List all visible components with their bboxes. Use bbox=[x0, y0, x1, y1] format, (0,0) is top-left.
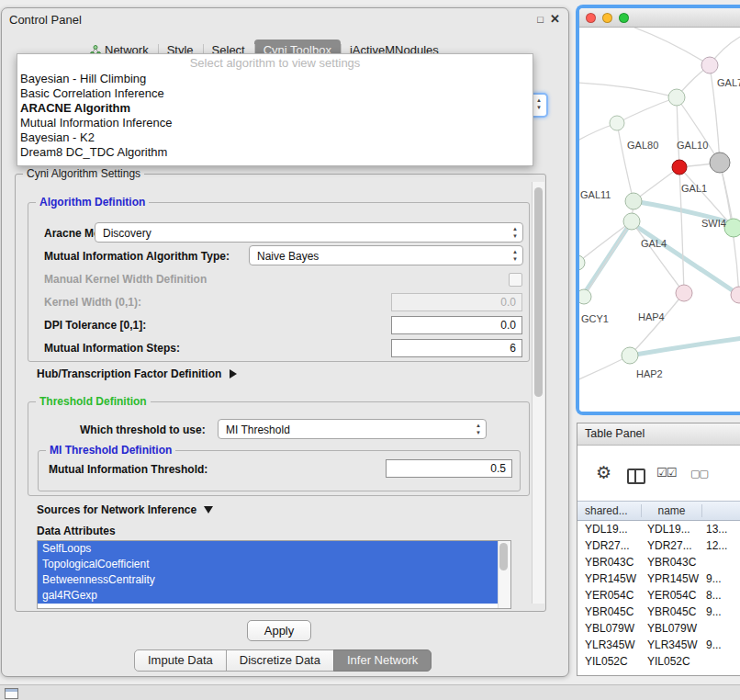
network-node[interactable] bbox=[668, 89, 685, 106]
dpi-tolerance-input[interactable] bbox=[391, 316, 522, 334]
network-node[interactable] bbox=[610, 116, 624, 130]
expanded-arrow-icon bbox=[204, 506, 213, 514]
attribute-gal4rgexp[interactable]: gal4RGexp bbox=[38, 588, 499, 604]
network-node-label: GAL4 bbox=[641, 238, 667, 249]
network-node-label: GAL80 bbox=[627, 140, 658, 151]
cell-shared-name: YBL079W bbox=[577, 620, 642, 637]
network-node[interactable] bbox=[724, 219, 740, 237]
sw-panel-toggle-icon[interactable] bbox=[5, 688, 18, 699]
cell-name: YDL19... bbox=[642, 521, 702, 537]
attr-items: SelfLoopsTopologicalCoefficientBetweenne… bbox=[38, 541, 499, 608]
attributes-scrollbar[interactable] bbox=[498, 541, 510, 608]
which-threshold-select[interactable]: MI Threshold bbox=[218, 419, 487, 439]
which-threshold-value: MI Threshold bbox=[226, 423, 290, 437]
combo-arrows-icon bbox=[510, 248, 520, 263]
network-node[interactable] bbox=[622, 347, 638, 364]
network-node[interactable] bbox=[672, 160, 687, 175]
unchecked-boxes-icon[interactable]: ▢▢ bbox=[690, 468, 708, 480]
control-panel-window: Control Panel □ ✕ NetworkStyleSelectCyni… bbox=[1, 7, 569, 677]
hub-section-toggle[interactable]: Hub/Transcription Factor Definition bbox=[37, 367, 237, 380]
status-strip bbox=[0, 684, 740, 700]
threshold-definition-group: Threshold Definition Which threshold to … bbox=[28, 401, 530, 496]
cell-name: YBR043C bbox=[642, 554, 702, 570]
settings-scrollbar[interactable] bbox=[532, 182, 544, 604]
network-node[interactable] bbox=[623, 213, 640, 230]
table-row[interactable]: YDL19...YDL19...13... bbox=[577, 521, 740, 537]
network-edge bbox=[634, 28, 710, 65]
network-node[interactable] bbox=[710, 152, 730, 173]
network-window-titlebar[interactable] bbox=[579, 8, 740, 28]
menu-item-bayesian-k2[interactable]: Bayesian - K2 bbox=[17, 130, 533, 145]
aracne-mode-value: Discovery bbox=[103, 226, 151, 241]
menu-item-basic-correlation-inference[interactable]: Basic Correlation Inference bbox=[17, 86, 533, 101]
network-node-label: GAL11 bbox=[580, 189, 611, 200]
cell-name: YDR27... bbox=[642, 537, 702, 554]
mi-type-value: Naive Bayes bbox=[257, 249, 319, 264]
cell-value: 12... bbox=[702, 537, 740, 554]
network-node-label: HAP2 bbox=[636, 368, 663, 379]
cell-value: 9... bbox=[702, 570, 740, 587]
cell-name: YER054C bbox=[642, 587, 702, 604]
sources-section-toggle[interactable]: Sources for Network Inference bbox=[37, 503, 213, 516]
bottom-tab-impute-data[interactable]: Impute Data bbox=[134, 649, 227, 672]
column-header-2[interactable]: name bbox=[642, 504, 702, 517]
table-row[interactable]: YBL079WYBL079W bbox=[577, 620, 740, 637]
table-panel-titlebar[interactable]: Table Panel bbox=[577, 423, 740, 446]
table-row[interactable]: YDR27...YDR27...12... bbox=[577, 537, 740, 554]
attribute-betweennesscentrality[interactable]: BetweennessCentrality bbox=[38, 572, 499, 588]
mi-type-label: Mutual Information Algorithm Type: bbox=[44, 250, 230, 263]
cell-value: 9... bbox=[702, 604, 740, 620]
close-window-icon[interactable]: ✕ bbox=[550, 12, 560, 26]
scrollbar-thumb[interactable] bbox=[534, 187, 543, 397]
close-traffic-light[interactable] bbox=[586, 13, 596, 23]
apply-button[interactable]: Apply bbox=[247, 620, 311, 641]
zoom-traffic-light[interactable] bbox=[619, 13, 629, 23]
network-canvas[interactable]: GAL7GAL80GAL10GAL11GAL1SWI4GAL4GCY1HAP4H… bbox=[579, 28, 740, 412]
threshold-definition-title: Threshold Definition bbox=[36, 395, 151, 408]
column-header-1[interactable]: shared... bbox=[577, 504, 642, 517]
cell-name: YBL079W bbox=[642, 620, 702, 637]
cyni-settings-group: Cyni Algorithm Settings Algorithm Defini… bbox=[15, 174, 546, 612]
network-node[interactable] bbox=[676, 285, 692, 301]
checked-boxes-icon[interactable]: ☑☑ bbox=[656, 466, 676, 480]
columns-icon[interactable] bbox=[627, 469, 645, 484]
aracne-mode-select[interactable]: Discovery bbox=[95, 222, 523, 243]
bottom-tab-infer-network[interactable]: Infer Network bbox=[333, 649, 432, 672]
table-row[interactable]: YPR145WYPR145W9... bbox=[577, 570, 740, 587]
mi-type-select[interactable]: Naive Bayes bbox=[249, 245, 523, 265]
cell-shared-name: YDR27... bbox=[577, 537, 642, 554]
minimize-traffic-light[interactable] bbox=[602, 13, 612, 23]
network-view-window: GAL7GAL80GAL10GAL11GAL1SWI4GAL4GCY1HAP4H… bbox=[576, 5, 740, 415]
network-node[interactable] bbox=[701, 57, 718, 73]
menu-item-bayesian-hill-climbing[interactable]: Bayesian - Hill Climbing bbox=[17, 72, 533, 86]
network-node[interactable] bbox=[625, 193, 642, 209]
table-row[interactable]: YBR045CYBR045C9... bbox=[577, 604, 740, 620]
gear-icon[interactable]: ⚙ bbox=[596, 462, 611, 483]
bottom-tab-discretize-data[interactable]: Discretize Data bbox=[226, 649, 334, 672]
mi-threshold-input[interactable] bbox=[386, 459, 512, 478]
table-row[interactable]: YBR043CYBR043C bbox=[577, 554, 740, 570]
network-node-label: GCY1 bbox=[581, 313, 609, 324]
table-row[interactable]: YLR345WYLR345W9... bbox=[577, 637, 740, 653]
algorithm-select-fragment[interactable] bbox=[532, 93, 548, 118]
table-row[interactable]: YER054CYER054C8... bbox=[577, 587, 740, 604]
network-node[interactable] bbox=[579, 289, 591, 304]
network-svg: GAL7GAL80GAL10GAL11GAL1SWI4GAL4GCY1HAP4H… bbox=[579, 28, 740, 412]
menu-item-aracne-algorithm[interactable]: ARACNE Algorithm bbox=[17, 101, 533, 116]
control-panel-titlebar[interactable]: Control Panel □ ✕ bbox=[2, 8, 568, 32]
menu-item-dream8-dc-tdc-algorithm[interactable]: Dream8 DC_TDC Algorithm bbox=[17, 145, 533, 160]
network-edge bbox=[584, 221, 632, 297]
menu-item-mutual-information-inference[interactable]: Mutual Information Inference bbox=[17, 116, 533, 130]
attribute-selfloops[interactable]: SelfLoops bbox=[38, 541, 499, 557]
table-row[interactable]: YIL052CYIL052C bbox=[577, 653, 740, 670]
network-node-label: GAL1 bbox=[681, 183, 707, 194]
mi-steps-input[interactable] bbox=[391, 339, 522, 357]
attribute-topologicalcoefficient[interactable]: TopologicalCoefficient bbox=[38, 557, 499, 572]
network-node-label: SWI4 bbox=[701, 218, 726, 229]
float-window-icon[interactable]: □ bbox=[537, 14, 544, 25]
kernel-width-input bbox=[391, 293, 522, 311]
mi-steps-label: Mutual Information Steps: bbox=[44, 342, 180, 355]
cell-shared-name: YBR043C bbox=[577, 554, 642, 570]
scrollbar-thumb[interactable] bbox=[499, 543, 508, 570]
network-edge bbox=[579, 221, 632, 263]
